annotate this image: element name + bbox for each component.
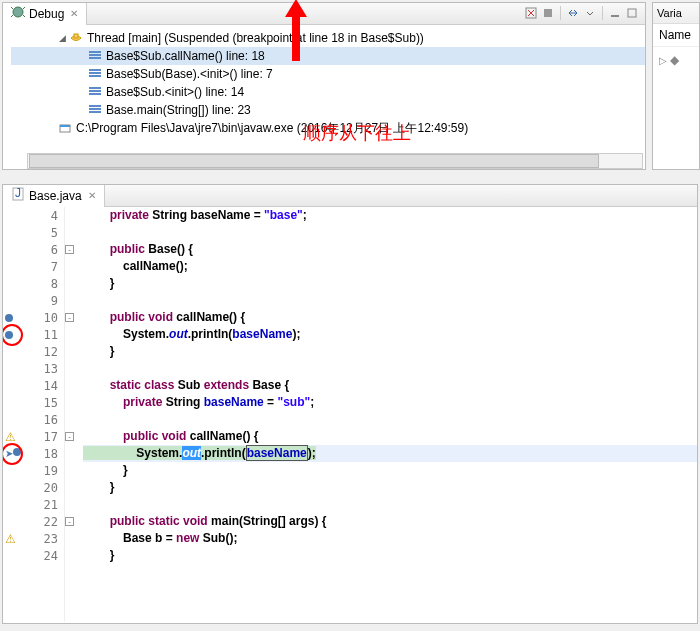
code-line[interactable]: public void callName() { xyxy=(83,428,697,445)
stack-frame[interactable]: Base$Sub(Base).<init>() line: 7 xyxy=(11,65,645,83)
code-line[interactable]: System.out.println(baseName); xyxy=(83,445,697,462)
code-line[interactable]: private String baseName = "base"; xyxy=(83,207,697,224)
expand-icon[interactable]: ▷ xyxy=(659,55,667,66)
expand-icon[interactable]: ◢ xyxy=(57,33,68,43)
gutter-line[interactable]: 24 xyxy=(3,547,64,564)
gutter-line[interactable]: 4 xyxy=(3,207,64,224)
gutter-line[interactable]: 21 xyxy=(3,496,64,513)
breakpoint-icon[interactable] xyxy=(13,448,21,456)
code-line[interactable]: public static void main(String[] args) { xyxy=(83,513,697,530)
code-line[interactable] xyxy=(83,224,697,241)
fold-icon[interactable]: - xyxy=(65,313,74,322)
code-line[interactable]: } xyxy=(83,275,697,292)
gutter-line[interactable]: 5 xyxy=(3,224,64,241)
gutter-line[interactable]: 7 xyxy=(3,258,64,275)
svg-text:J: J xyxy=(15,187,21,200)
gutter-line[interactable]: 12 xyxy=(3,343,64,360)
code-line[interactable]: System.out.println(baseName); xyxy=(83,326,697,343)
editor-tab[interactable]: J Base.java ✕ xyxy=(3,185,105,207)
minimize-icon[interactable] xyxy=(608,6,622,20)
stack-frame[interactable]: Base$Sub.<init>() line: 14 xyxy=(11,83,645,101)
code-line[interactable]: } xyxy=(83,479,697,496)
svg-rect-17 xyxy=(89,72,101,74)
thread-icon xyxy=(68,30,84,46)
code-area[interactable]: 456-78910-11121314151617-⚠18➤19202122-23… xyxy=(3,207,697,621)
gutter-line[interactable]: 17-⚠ xyxy=(3,428,64,445)
warning-icon: ⚠ xyxy=(5,532,16,546)
stackframe-icon xyxy=(87,102,103,118)
close-icon[interactable]: ✕ xyxy=(70,8,78,19)
editor-view: J Base.java ✕ 456-78910-11121314151617-⚠… xyxy=(2,184,698,624)
code-line[interactable] xyxy=(83,360,697,377)
gutter-line[interactable]: 22- xyxy=(3,513,64,530)
scrollbar-thumb[interactable] xyxy=(29,154,599,168)
java-file-icon: J xyxy=(11,187,25,204)
svg-rect-11 xyxy=(628,9,636,17)
code-line[interactable]: callName(); xyxy=(83,258,697,275)
gutter-line[interactable]: 18➤ xyxy=(3,445,64,462)
svg-line-5 xyxy=(23,15,25,17)
close-icon[interactable]: ✕ xyxy=(88,190,96,201)
svg-line-4 xyxy=(11,15,13,17)
breakpoint-icon[interactable] xyxy=(5,331,13,339)
gutter-line[interactable]: 10- xyxy=(3,309,64,326)
gutter-line[interactable]: 20 xyxy=(3,479,64,496)
gutter-line[interactable]: 23⚠ xyxy=(3,530,64,547)
stackframe-icon xyxy=(87,48,103,64)
gutter-line[interactable]: 19 xyxy=(3,462,64,479)
variables-tree[interactable]: ▷ ◆ xyxy=(653,47,699,73)
link-icon[interactable] xyxy=(566,6,580,20)
frame-label: Base$Sub.<init>() line: 14 xyxy=(106,85,244,99)
code-line[interactable]: static class Sub extends Base { xyxy=(83,377,697,394)
svg-rect-12 xyxy=(74,34,78,38)
stack-frame[interactable]: Base.main(String[]) line: 23 xyxy=(11,101,645,119)
gutter-line[interactable]: 13 xyxy=(3,360,64,377)
code-line[interactable]: public Base() { xyxy=(83,241,697,258)
remove-terminate-icon[interactable] xyxy=(524,6,538,20)
fold-icon[interactable]: - xyxy=(65,517,74,526)
gutter-line[interactable]: 14 xyxy=(3,377,64,394)
horizontal-scrollbar[interactable] xyxy=(27,153,643,169)
debug-view: Debug ✕ ◢ Thread [main] (Suspended (brea… xyxy=(2,2,646,170)
gutter-line[interactable]: 9 xyxy=(3,292,64,309)
svg-rect-16 xyxy=(89,69,101,71)
gutter[interactable]: 456-78910-11121314151617-⚠18➤19202122-23… xyxy=(3,207,65,621)
svg-line-2 xyxy=(11,7,13,9)
variables-tab[interactable]: Varia xyxy=(653,3,699,24)
svg-rect-20 xyxy=(89,90,101,92)
code-line[interactable] xyxy=(83,411,697,428)
fold-icon[interactable]: - xyxy=(65,432,74,441)
vars-tab-label: Varia xyxy=(657,7,682,19)
warning-icon: ⚠ xyxy=(5,430,16,444)
separator xyxy=(560,6,561,20)
gutter-line[interactable]: 15 xyxy=(3,394,64,411)
dropdown-icon[interactable] xyxy=(583,6,597,20)
svg-rect-23 xyxy=(89,108,101,110)
stack-frame[interactable]: Base$Sub.callName() line: 18 xyxy=(11,47,645,65)
thread-node[interactable]: ◢ Thread [main] (Suspended (breakpoint a… xyxy=(11,29,645,47)
code-line[interactable]: } xyxy=(83,343,697,360)
code-line[interactable]: Base b = new Sub(); xyxy=(83,530,697,547)
fold-icon[interactable]: - xyxy=(65,245,74,254)
gutter-line[interactable]: 16 xyxy=(3,411,64,428)
code-line[interactable]: public void callName() { xyxy=(83,309,697,326)
gutter-line[interactable]: 11 xyxy=(3,326,64,343)
breakpoint-icon[interactable] xyxy=(5,314,13,322)
debug-tab[interactable]: Debug ✕ xyxy=(3,3,87,25)
code-line[interactable]: private String baseName = "sub"; xyxy=(83,394,697,411)
svg-point-1 xyxy=(13,7,23,17)
svg-rect-15 xyxy=(89,57,101,59)
code-line[interactable] xyxy=(83,496,697,513)
maximize-icon[interactable] xyxy=(625,6,639,20)
code-line[interactable]: } xyxy=(83,462,697,479)
stackframe-icon xyxy=(87,84,103,100)
frame-label: Base.main(String[]) line: 23 xyxy=(106,103,251,117)
svg-rect-22 xyxy=(89,105,101,107)
gutter-line[interactable]: 8 xyxy=(3,275,64,292)
gutter-line[interactable]: 6- xyxy=(3,241,64,258)
code-line[interactable]: } xyxy=(83,547,697,564)
toolbar-icon[interactable] xyxy=(541,6,555,20)
variables-view: Varia Name ▷ ◆ xyxy=(652,2,700,170)
code-line[interactable] xyxy=(83,292,697,309)
code-content[interactable]: private String baseName = "base"; public… xyxy=(65,207,697,621)
